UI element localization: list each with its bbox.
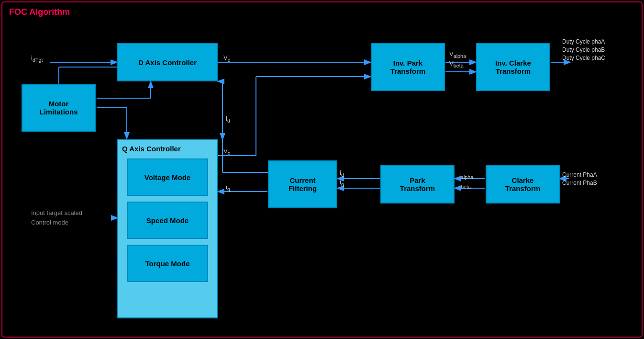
clarke-transform-label: ClarkeTransform	[505, 176, 540, 192]
cf-id-label: id	[340, 169, 344, 178]
current-filtering-label: CurrentFiltering	[289, 176, 317, 192]
inv-clarke-block: Inv. ClarkeTransform	[476, 43, 550, 91]
d-axis-label: D Axis Controller	[138, 58, 197, 67]
iq-sub: q	[227, 186, 230, 192]
voltage-mode-block: Voltage Mode	[127, 158, 208, 196]
vd-label: Vd	[223, 54, 231, 63]
vq-label: Vq	[223, 147, 231, 156]
valpha-label: Valpha	[449, 50, 466, 59]
clarke-transform-block: ClarkeTransform	[486, 165, 560, 203]
park-transform-label: ParkTransform	[400, 176, 435, 192]
ibeta-label: ibeta	[459, 181, 471, 190]
vq-sub: q	[228, 150, 231, 156]
vbeta-label: Vbeta	[449, 60, 464, 68]
torque-mode-block: Torque Mode	[127, 245, 208, 282]
current-a-label: Current PhaA	[562, 171, 597, 178]
inv-park-label: Inv. ParkTransform	[390, 59, 425, 75]
torque-mode-label: Torque Mode	[145, 260, 189, 268]
duty-a-label: Duty Cycle phaA	[562, 38, 605, 45]
motor-limitations-block: MotorLimitations	[22, 84, 96, 132]
current-filtering-block: CurrentFiltering	[268, 160, 337, 208]
d-axis-block: D Axis Controller	[117, 43, 218, 81]
q-axis-title: Q Axis Controller	[118, 145, 181, 153]
i-dtgt-label: idTgt	[31, 54, 43, 63]
ialpha-label: ialpha	[459, 171, 473, 180]
diagram-container: FOC Algorithm	[1, 1, 643, 338]
i-dtgt-sub: dTgt	[33, 57, 43, 63]
iq-label: iq	[226, 183, 230, 192]
current-b-label: Current PhaB	[562, 180, 597, 186]
inv-clarke-label: Inv. ClarkeTransform	[495, 59, 531, 75]
id-sub: d	[227, 118, 230, 124]
duty-b-label: Duty Cycle phaB	[562, 46, 605, 53]
voltage-mode-label: Voltage Mode	[144, 173, 190, 181]
duty-c-label: Duty Cycle phaC	[562, 55, 605, 61]
park-transform-block: ParkTransform	[380, 165, 455, 203]
cf-iq-label: iq	[340, 179, 344, 187]
speed-mode-label: Speed Mode	[146, 216, 189, 225]
inv-park-block: Inv. ParkTransform	[371, 43, 445, 91]
speed-mode-block: Speed Mode	[127, 202, 208, 239]
q-axis-block: Q Axis Controller Voltage Mode Speed Mod…	[117, 139, 218, 318]
input-target-label: Input target scaled Control mode	[31, 208, 82, 227]
vd-sub: d	[228, 57, 231, 63]
diagram-title: FOC Algorithm	[9, 7, 70, 17]
id-label: id	[226, 115, 230, 124]
motor-limitations-label: MotorLimitations	[39, 100, 78, 116]
